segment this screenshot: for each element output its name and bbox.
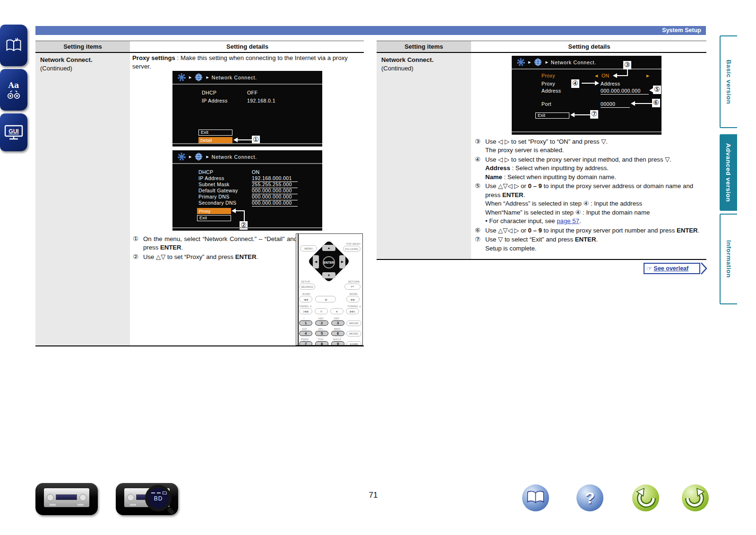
osd-row-label: Address — [541, 88, 561, 94]
step-text: . — [596, 236, 598, 243]
step-4: ④ Use ◁ ▷ to select the proxy server inp… — [475, 155, 706, 181]
button-label: SEARCH — [301, 285, 313, 288]
osd-bottom-rule — [172, 143, 322, 144]
step-text: Use ◁ ▷ to select the proxy server input… — [485, 156, 671, 163]
step-text: : Select when inputting by address. — [510, 164, 609, 172]
intro-bold: Proxy settings — [132, 54, 175, 61]
display-segment — [163, 492, 167, 494]
forward-button[interactable] — [682, 484, 709, 511]
tab-label: Advanced version — [725, 143, 732, 202]
play-icon: ◦ ▶ — [324, 298, 327, 301]
display-zoom-button[interactable]: BD — [116, 483, 178, 515]
tab-basic-version[interactable]: Basic version — [720, 35, 737, 128]
osd-row-label: DHCP — [202, 90, 216, 95]
osd-row-value: 000.000.000.000 — [252, 194, 298, 200]
osd-row-value: 000.000.000.000 — [601, 88, 649, 95]
digit-sub-label: MNO — [334, 328, 340, 330]
enter-key-label: ENTER — [235, 253, 257, 260]
step-text: . — [698, 227, 700, 234]
remote-game-button: GAME — [346, 341, 361, 345]
remote-pause-button: II — [315, 308, 328, 314]
step-number: ② — [133, 253, 138, 262]
step-6: ⑥ Use △▽◁ ▷ or 0 – 9 to input the proxy … — [475, 226, 706, 235]
magnifier-handle — [167, 507, 175, 515]
tab-information[interactable]: Information — [720, 214, 737, 304]
osd-row-label: Secondary DNS — [198, 200, 236, 206]
button-label: ENTER — [324, 261, 334, 264]
osd-row-label: Primary DNS — [198, 194, 230, 199]
osd-exit-button: Exit — [198, 129, 232, 136]
tab-advanced-version[interactable]: Advanced version — [720, 134, 737, 211]
remote-tuning-up-label: TUNING ▲ — [347, 305, 361, 308]
osd-screenshot-1: ▶ ▶ Network Connect. DHCP OFF IP Address… — [172, 71, 322, 147]
left-arrow-icon: ◀ — [315, 260, 317, 264]
button-label: 9 — [337, 342, 339, 345]
help-button[interactable]: ? — [576, 484, 603, 511]
remote-return-label: RETURN — [348, 280, 360, 283]
button-label: 3 — [337, 321, 339, 325]
remote-digit-1: 1 — [299, 320, 312, 326]
gui-label: GUI — [9, 128, 18, 135]
button-label: MUSIC — [349, 332, 358, 335]
front-panel-button[interactable] — [35, 483, 98, 515]
proxy-label: Proxy — [199, 208, 210, 214]
osd-proxy-value: ON — [601, 73, 610, 78]
remote-stop-button: ■ — [330, 308, 344, 314]
pointing-hand-icon: ☞ — [646, 265, 653, 272]
button-label: 1 — [305, 321, 307, 325]
remote-digit-7: 7 — [299, 341, 312, 345]
dpad-right-button: ▶ — [339, 255, 345, 268]
undo-arrow-icon — [632, 484, 659, 511]
sidebar-item-gui[interactable]: GUI — [0, 113, 27, 151]
osd-row-value: 000.000.000.000 — [252, 188, 298, 194]
enter-key-label: ENTER — [160, 244, 181, 251]
enter-key-label: ENTER — [677, 227, 698, 234]
digit-sub-label: PQRS — [301, 338, 309, 341]
osd-screenshot-2: ▶ ▶ Network Connect. DHCP ON IP Address … — [172, 150, 322, 231]
exit-label: Exit — [538, 112, 545, 118]
sidebar-item-contents[interactable] — [0, 25, 27, 66]
remote-play-button: ◦ ▶ — [315, 296, 336, 302]
fast-forward-icon: ▶▶ — [351, 298, 355, 301]
stop-icon: ■ — [336, 310, 338, 313]
see-overleaf-button[interactable]: ☞ See overleaf — [644, 263, 700, 274]
button-label: 6 — [337, 331, 339, 336]
button-label: 5 — [321, 331, 323, 336]
step-text: . — [524, 191, 525, 198]
page-57-link[interactable]: page 57 — [557, 217, 579, 224]
sidebar-item-search[interactable]: Aa — [0, 69, 27, 111]
right-steps: ③ Use ◁ ▷ to set “Proxy” to “ON” and pre… — [475, 138, 706, 253]
step-number: ③ — [475, 138, 481, 147]
remote-digit-3: 3 — [331, 320, 344, 326]
osd-row-label: IP Address — [198, 175, 224, 181]
digit-sub-label: JKL — [318, 328, 323, 330]
device-foot — [50, 504, 56, 506]
remote-band-label: BAND — [302, 293, 310, 295]
index-book-button[interactable] — [522, 484, 549, 511]
setup-gear-icon — [177, 152, 186, 161]
button-label: 7 — [305, 342, 307, 345]
tab-label: Basic version — [725, 60, 732, 104]
remote-digit-4: 4 — [299, 331, 312, 336]
network-globe-icon — [533, 58, 542, 67]
enter-button: ENTER — [323, 256, 335, 268]
enter-key-label: ENTER — [575, 236, 596, 243]
osd-row-label: Port — [541, 101, 551, 107]
callout-5: ⑤ — [653, 86, 661, 94]
remote-skip-forward-button: ▶▶| — [346, 308, 359, 314]
see-overleaf-label: See overleaf — [654, 265, 689, 272]
back-button[interactable] — [632, 484, 659, 511]
osd-row-value: Address — [601, 81, 620, 86]
pause-icon: II — [320, 310, 322, 313]
dpad-up-button: ▲ — [322, 245, 335, 251]
osd-breadcrumb: Network Connect. — [212, 154, 257, 160]
remote-dpad: ▲ ▼ ◀ ▶ ENTER — [310, 242, 347, 282]
name-option-label: Name — [485, 173, 502, 181]
step-7: ⑦ Use ▽ to select “Exit” and press ENTER… — [475, 235, 706, 253]
breadcrumb-arrow-icon: ▶ — [528, 60, 531, 64]
table-bottom-rule — [35, 345, 364, 346]
network-globe-icon — [194, 73, 203, 82]
col-header-setting-items: Setting items — [377, 41, 471, 52]
button-label: 4 — [305, 331, 307, 336]
section-title: System Setup — [662, 27, 701, 34]
